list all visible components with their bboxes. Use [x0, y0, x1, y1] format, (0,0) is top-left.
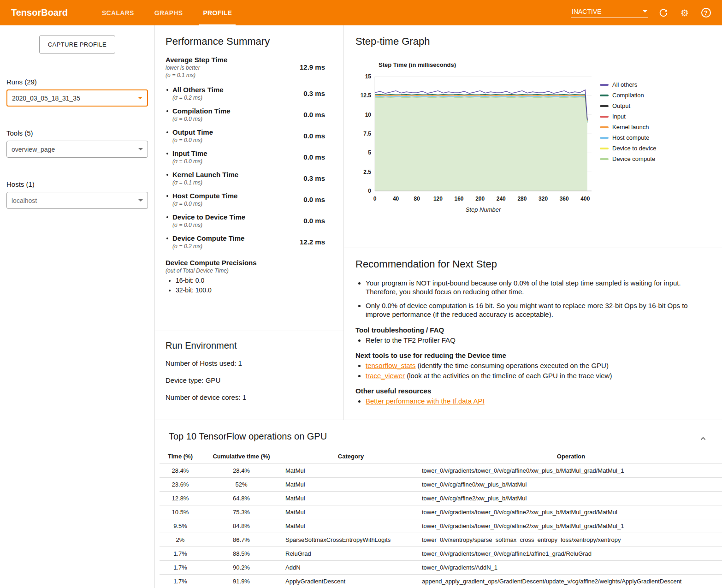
status-dropdown[interactable]: INACTIVE	[571, 8, 648, 18]
bullet-icon	[166, 110, 168, 112]
legend-item: Input	[600, 113, 656, 120]
svg-text:2.5: 2.5	[363, 169, 371, 175]
refresh-button[interactable]	[657, 7, 669, 19]
tab-graphs[interactable]: GRAPHS	[144, 0, 193, 25]
legend-item: Kernel launch	[600, 124, 656, 131]
recommendation-bullets: Your program is NOT input-bound because …	[355, 279, 701, 319]
perf-item-sigma: (σ = 0.2 ms)	[172, 243, 244, 249]
chart-title: Step Time (in milliseconds)	[379, 61, 713, 68]
perf-item: Input Time(σ = 0.0 ms)0.0 ms	[166, 149, 325, 165]
table-cell: tower_0/v/gradients/tower_0/v/cg/affine1…	[420, 547, 722, 561]
run-environment-lines: Number of Hosts used: 1Device type: GPUN…	[166, 359, 333, 401]
hosts-select[interactable]: localhost	[6, 192, 148, 209]
column-header: Time (%)	[160, 449, 201, 464]
svg-text:10: 10	[365, 112, 372, 118]
bullet-icon	[166, 238, 168, 239]
performance-summary-title: Performance Summary	[166, 36, 325, 48]
table-cell: MatMul	[282, 478, 420, 492]
bullet-icon	[166, 216, 168, 218]
legend-label: Device compute	[612, 155, 655, 162]
legend-swatch	[600, 116, 609, 118]
faq-list: Refer to the TF2 Profiler FAQ	[355, 336, 701, 344]
table-cell: 84.8%	[201, 519, 282, 533]
table-row: 23.6%52%MatMultower_0/v/cg/affine0/xw_pl…	[160, 478, 722, 492]
legend-label: Input	[612, 113, 626, 120]
perf-item-value: 0.0 ms	[303, 217, 325, 225]
help-button[interactable]: ?	[700, 7, 712, 19]
run-environment-line: Device type: GPU	[166, 376, 333, 384]
refresh-icon	[658, 8, 669, 18]
svg-text:280: 280	[517, 196, 527, 202]
table-cell: 12.8%	[160, 492, 201, 505]
summary-column: Performance Summary Average Step Time lo…	[155, 25, 344, 420]
top-ops-card: Top 10 TensorFlow operations on GPU Time…	[155, 420, 722, 588]
resource-link[interactable]: tensorflow_stats	[366, 362, 415, 369]
resource-link[interactable]: Better performance with the tf.data API	[366, 397, 485, 405]
precision-item: 32-bit: 100.0	[176, 286, 325, 294]
table-cell: 1.7%	[160, 561, 201, 575]
device-compute-precisions: Device Compute Precisions (out of Total …	[166, 259, 325, 294]
perf-item-sigma: (σ = 0.0 ms)	[172, 137, 213, 143]
perf-item-left: Kernel Launch Time(σ = 0.1 ms)	[166, 171, 238, 186]
table-row: 9.5%84.8%MatMultower_0/v/gradients/tower…	[160, 519, 722, 533]
runs-select[interactable]: 2020_03_05_18_31_35	[6, 89, 148, 107]
average-step-time-label: Average Step Time	[166, 56, 227, 64]
help-icon: ?	[701, 8, 711, 18]
chart-legend: All othersCompilationOutputInputKernel l…	[600, 81, 656, 215]
settings-button[interactable]: ⚙	[679, 7, 691, 19]
perf-item-label: Output Time	[172, 128, 213, 136]
precisions-note: (out of Total Device Time)	[166, 267, 325, 274]
step-time-graph-title: Step-time Graph	[355, 36, 713, 48]
perf-item-value: 0.3 ms	[303, 89, 325, 97]
capture-profile-button[interactable]: CAPTURE PROFILE	[39, 36, 115, 53]
graph-column: Step-time Graph Step Time (in millisecon…	[344, 25, 722, 420]
bullet-icon	[166, 131, 168, 133]
chevron-down-icon	[643, 10, 647, 12]
tab-profile[interactable]: PROFILE	[193, 0, 242, 25]
resource-link[interactable]: trace_viewer	[366, 372, 405, 380]
perf-item-label: Host Compute Time	[172, 192, 237, 200]
legend-swatch	[600, 158, 609, 160]
recommendation-bullet: Your program is NOT input-bound because …	[366, 279, 701, 296]
svg-text:5: 5	[368, 149, 371, 156]
table-cell: tower_0/v/cg/affine2/xw_plus_b/MatMul	[420, 492, 722, 505]
gear-icon: ⚙	[681, 8, 689, 18]
link-item: Better performance with the tf.data API	[366, 397, 701, 405]
step-time-graph-card: Step-time Graph Step Time (in millisecon…	[344, 25, 722, 248]
faq-title: Tool troubleshooting / FAQ	[355, 326, 701, 334]
link-description: (identify the time-consuming operations …	[415, 362, 609, 369]
collapse-button[interactable]	[698, 434, 708, 445]
table-row: 28.4%28.4%MatMultower_0/v/gradients/towe…	[160, 464, 722, 478]
top-ops-table: Time (%)Cumulative time (%)CategoryOpera…	[160, 449, 722, 588]
perf-items-list: All Others Time(σ = 0.2 ms)0.3 msCompila…	[166, 86, 325, 249]
table-cell: tower_0/v/gradients/tower_0/v/cg/affine0…	[420, 464, 722, 478]
perf-item-left: All Others Time(σ = 0.2 ms)	[166, 86, 224, 101]
table-header-row: Time (%)Cumulative time (%)CategoryOpera…	[160, 449, 722, 464]
link-item: tensorflow_stats (identify the time-cons…	[366, 362, 701, 369]
bullet-icon	[166, 153, 168, 154]
precisions-list: 16-bit: 0.032-bit: 100.0	[166, 277, 325, 294]
perf-item-left: Compilation Time(σ = 0.0 ms)	[166, 107, 231, 122]
tools-select[interactable]: overview_page	[6, 141, 148, 158]
top-ops-title: Top 10 TensorFlow operations on GPU	[169, 431, 327, 442]
perf-item: Compilation Time(σ = 0.0 ms)0.0 ms	[166, 107, 325, 122]
runs-label: Runs (29)	[6, 78, 148, 86]
tab-scalars[interactable]: SCALARS	[92, 0, 144, 25]
table-cell: 23.6%	[160, 478, 201, 492]
table-cell: 28.4%	[160, 464, 201, 478]
perf-item-sigma: (σ = 0.0 ms)	[172, 222, 245, 228]
average-step-time-sigma: (σ = 0.1 ms)	[166, 72, 227, 78]
header-actions: INACTIVE ⚙ ?	[571, 7, 712, 19]
svg-text:120: 120	[433, 196, 443, 202]
legend-item: All others	[600, 81, 656, 88]
table-cell: SparseSoftmaxCrossEntropyWithLogits	[282, 533, 420, 547]
legend-item: Compilation	[600, 92, 656, 99]
legend-swatch	[600, 95, 609, 96]
next-tools-title: Next tools to use for reducing the Devic…	[355, 351, 701, 359]
perf-item-text: Output Time(σ = 0.0 ms)	[172, 128, 213, 143]
table-cell: 86.7%	[201, 533, 282, 547]
svg-text:360: 360	[560, 196, 569, 202]
chevron-up-icon	[698, 434, 708, 444]
main-content: Performance Summary Average Step Time lo…	[154, 25, 722, 588]
resources-title: Other useful resources	[355, 387, 701, 395]
